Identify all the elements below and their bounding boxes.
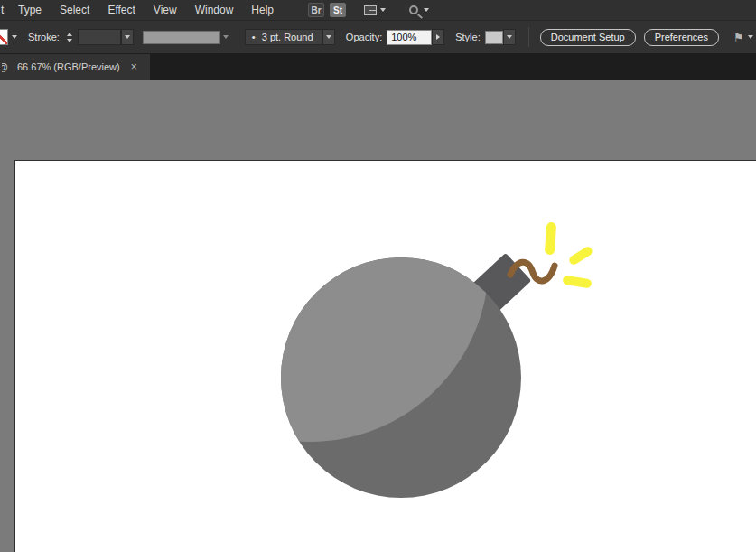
opacity-input[interactable]: [387, 30, 432, 45]
tab-at-prefix: @: [2, 61, 8, 72]
brush-value: 3 pt. Round: [262, 32, 313, 42]
stepper-down-icon[interactable]: [67, 39, 72, 42]
search-icon[interactable]: [409, 5, 418, 14]
control-bar: Stroke: • 3 pt. Round Opacity: Style: Do…: [0, 20, 756, 54]
document-tab-bar: @ 66.67% (RGB/Preview) ×: [0, 54, 756, 80]
chevron-down-icon[interactable]: [748, 35, 753, 39]
bridge-icon[interactable]: Br: [308, 3, 324, 17]
brush-dropdown[interactable]: [322, 29, 335, 45]
brush-dot-icon: •: [252, 32, 256, 42]
tab-label: 66.67% (RGB/Preview): [17, 61, 120, 72]
menu-bar: t Type Select Effect View Window Help Br…: [0, 0, 756, 20]
chevron-down-icon: [326, 35, 331, 39]
bomb-illustration: [15, 161, 756, 552]
document-setup-button[interactable]: Document Setup: [540, 29, 636, 46]
opacity-label[interactable]: Opacity:: [346, 32, 382, 42]
spark-diagonal[interactable]: [567, 245, 593, 266]
preferences-button[interactable]: Preferences: [644, 29, 719, 46]
menu-item-partial[interactable]: t: [0, 4, 9, 16]
style-swatch[interactable]: [485, 31, 503, 44]
fill-swatch[interactable]: [0, 29, 8, 45]
style-label[interactable]: Style:: [455, 32, 481, 42]
close-icon[interactable]: ×: [129, 61, 139, 73]
spark-horizontal[interactable]: [562, 276, 592, 289]
menu-item-window[interactable]: Window: [186, 0, 243, 20]
illustrator-window: { "menubar": { "partial_item": "t", "ite…: [0, 0, 756, 552]
separator: [528, 27, 529, 47]
chevron-right-icon: [436, 34, 440, 40]
stroke-weight-dropdown[interactable]: [121, 29, 134, 45]
menu-item-type[interactable]: Type: [9, 0, 51, 20]
spark-vertical[interactable]: [545, 222, 556, 256]
stroke-weight-field[interactable]: [78, 29, 121, 45]
workspace-switcher-icon[interactable]: [364, 5, 377, 15]
artboard[interactable]: [14, 160, 756, 552]
chevron-down-icon: [223, 35, 229, 39]
opacity-slider-button[interactable]: [432, 29, 444, 45]
chevron-down-icon[interactable]: [12, 35, 17, 39]
menu-item-view[interactable]: View: [145, 0, 186, 20]
menu-item-effect[interactable]: Effect: [98, 0, 144, 20]
document-tab[interactable]: @ 66.67% (RGB/Preview) ×: [0, 54, 150, 80]
flag-icon[interactable]: ⚑: [733, 32, 744, 43]
stepper-up-icon[interactable]: [67, 33, 72, 36]
chevron-down-icon: [125, 35, 130, 39]
menu-item-select[interactable]: Select: [51, 0, 98, 20]
chevron-down-icon[interactable]: [380, 8, 386, 12]
width-profile-dropdown[interactable]: [143, 31, 220, 44]
stock-icon[interactable]: St: [330, 3, 346, 17]
chevron-down-icon[interactable]: [424, 8, 429, 12]
style-dropdown[interactable]: [503, 29, 516, 45]
menu-item-help[interactable]: Help: [242, 0, 283, 20]
stroke-weight-stepper[interactable]: [65, 31, 74, 44]
pasteboard[interactable]: [0, 80, 756, 552]
brush-field[interactable]: • 3 pt. Round: [245, 29, 322, 45]
chevron-down-icon: [507, 35, 512, 39]
stroke-label[interactable]: Stroke:: [28, 32, 60, 42]
